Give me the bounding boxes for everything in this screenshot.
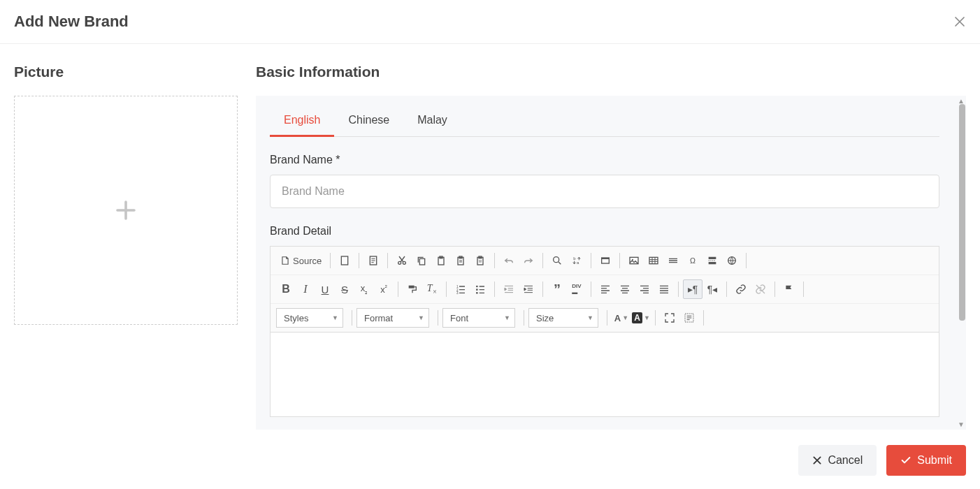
svg-point-26: [476, 286, 478, 288]
text-color-icon: A: [614, 313, 621, 323]
subscript-button[interactable]: x₂: [354, 279, 374, 299]
toolbar-separator: [591, 282, 591, 297]
anchor-button[interactable]: [779, 279, 799, 299]
tab-chinese[interactable]: Chinese: [334, 108, 403, 137]
superscript-icon: x²: [380, 284, 387, 295]
size-select[interactable]: Size ▼: [528, 308, 598, 328]
cut-button[interactable]: [392, 251, 412, 270]
outdent-icon: [503, 284, 514, 295]
align-center-button[interactable]: [615, 279, 635, 299]
cut-icon: [396, 255, 408, 266]
blockquote-button[interactable]: ”: [547, 279, 567, 299]
align-left-button[interactable]: [596, 279, 615, 299]
remove-format-icon: T×: [427, 283, 438, 295]
templates-button[interactable]: [363, 251, 383, 270]
maximize-button[interactable]: [660, 308, 679, 328]
numbered-list-icon: 123: [455, 284, 466, 295]
toolbar-separator: [746, 253, 747, 268]
chevron-down-icon: ▼: [587, 314, 593, 321]
strike-button[interactable]: S: [335, 279, 354, 299]
source-icon: [280, 256, 290, 265]
strike-icon: S: [341, 284, 348, 295]
tab-english[interactable]: English: [270, 108, 334, 137]
link-button[interactable]: [731, 279, 751, 299]
scroll-down-icon[interactable]: ▼: [958, 421, 965, 428]
font-select[interactable]: Font ▼: [442, 308, 515, 328]
find-icon: [552, 255, 563, 266]
toolbar-separator: [494, 282, 495, 297]
scrollbar-thumb[interactable]: [959, 104, 965, 321]
svg-text:Ω: Ω: [690, 256, 696, 265]
toolbar-separator: [678, 282, 679, 297]
indent-icon: [523, 284, 534, 295]
show-blocks-button[interactable]: [679, 308, 699, 328]
editor-content-area[interactable]: [271, 333, 939, 416]
iframe-icon: [600, 255, 611, 266]
paste-text-button[interactable]: [451, 251, 470, 270]
picture-upload-box[interactable]: [14, 96, 238, 325]
bullet-list-button[interactable]: [470, 279, 490, 299]
format-select[interactable]: Format ▼: [356, 308, 429, 328]
copy-format-button[interactable]: [403, 279, 422, 299]
text-color-button[interactable]: A▼: [612, 308, 631, 328]
italic-button[interactable]: I: [296, 279, 315, 299]
cancel-label: Cancel: [828, 454, 863, 467]
toolbar-separator: [607, 310, 607, 326]
embed-button[interactable]: [722, 251, 742, 270]
paste-word-button[interactable]: W: [470, 251, 490, 270]
close-icon[interactable]: [953, 15, 966, 28]
toolbar-separator: [438, 310, 438, 326]
toolbar-separator: [446, 282, 447, 297]
bg-color-button[interactable]: A▼: [631, 308, 651, 328]
new-page-icon: [339, 255, 350, 266]
new-page-button[interactable]: [335, 251, 354, 270]
paste-icon: [435, 255, 447, 266]
table-icon: [648, 255, 659, 266]
bold-icon: B: [282, 283, 290, 295]
source-button[interactable]: Source: [276, 251, 326, 270]
toolbar-separator: [619, 253, 620, 268]
unlink-button[interactable]: [751, 279, 770, 299]
iframe-button[interactable]: [596, 251, 615, 270]
copy-button[interactable]: [412, 251, 431, 270]
cancel-button[interactable]: Cancel: [798, 445, 877, 476]
align-right-button[interactable]: [635, 279, 654, 299]
hr-button[interactable]: [663, 251, 683, 270]
indent-button[interactable]: [519, 279, 538, 299]
rtl-button[interactable]: ¶◂: [702, 279, 722, 299]
align-justify-icon: [658, 284, 670, 295]
image-button[interactable]: [624, 251, 644, 270]
numbered-list-button[interactable]: 123: [451, 279, 470, 299]
replace-button[interactable]: ba: [567, 251, 586, 270]
styles-select[interactable]: Styles ▼: [276, 308, 343, 328]
div-icon: DIV▬: [572, 283, 581, 295]
outdent-button[interactable]: [499, 279, 519, 299]
bold-button[interactable]: B: [276, 279, 296, 299]
svg-point-28: [476, 292, 478, 294]
toolbar-separator: [726, 282, 727, 297]
brand-name-input[interactable]: [270, 175, 939, 208]
underline-button[interactable]: U: [315, 279, 335, 299]
paste-button[interactable]: [431, 251, 451, 270]
align-justify-button[interactable]: [654, 279, 674, 299]
redo-button[interactable]: [519, 251, 538, 270]
remove-format-button[interactable]: T×: [422, 279, 442, 299]
undo-button[interactable]: [499, 251, 519, 270]
blockquote-icon: ”: [554, 285, 561, 293]
svg-point-12: [554, 257, 559, 263]
find-button[interactable]: [547, 251, 567, 270]
toolbar-separator: [774, 282, 775, 297]
toolbar-row-2: B I U S x₂ x² T× 123: [271, 275, 939, 303]
page-break-button[interactable]: [702, 251, 722, 270]
svg-rect-22: [409, 286, 415, 289]
special-char-button[interactable]: Ω: [683, 251, 702, 270]
hr-icon: [668, 255, 679, 266]
subscript-icon: x₂: [361, 283, 368, 295]
table-button[interactable]: [644, 251, 663, 270]
superscript-button[interactable]: x²: [374, 279, 394, 299]
flag-icon: [784, 284, 795, 295]
ltr-button[interactable]: ▸¶: [683, 279, 702, 299]
submit-button[interactable]: Submit: [886, 445, 966, 476]
div-button[interactable]: DIV▬: [567, 279, 586, 299]
tab-malay[interactable]: Malay: [403, 108, 461, 137]
